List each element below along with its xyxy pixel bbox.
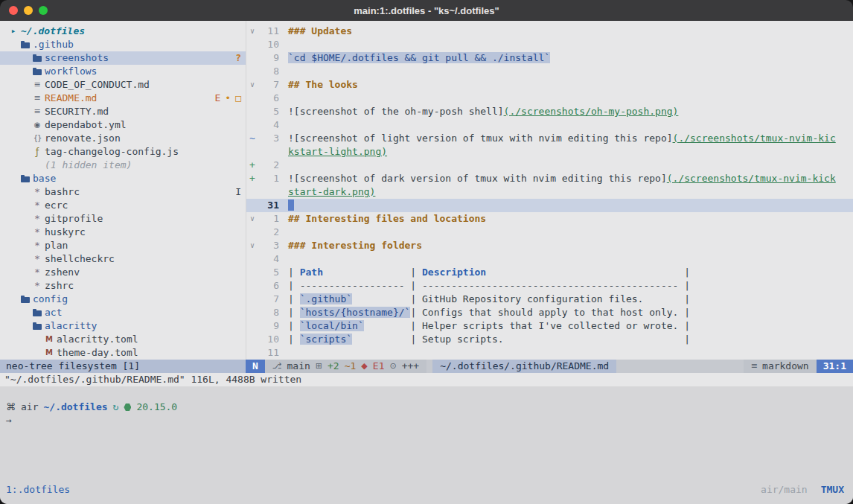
editor-line[interactable]: 10| `scripts` | Setup scripts. | xyxy=(246,333,853,346)
diagnostic-errors: E1 xyxy=(373,360,385,373)
editor-line[interactable]: ∨11### Updates xyxy=(246,25,853,38)
editor-line[interactable]: 11 xyxy=(246,346,853,360)
line-text: ![screenshot of the oh-my-posh shell](./… xyxy=(279,105,678,118)
neotree-sidebar: ▸~/.dotfiles.githubscreenshots?workflows… xyxy=(0,21,246,360)
editor-line[interactable]: +2 xyxy=(246,159,853,172)
prompt-input-line[interactable]: → xyxy=(0,414,853,427)
line-number: 2 xyxy=(258,159,279,172)
folder-icon xyxy=(19,38,31,51)
tree-item[interactable]: Mtheme-day.toml xyxy=(0,346,246,360)
tree-item[interactable]: ▸~/.dotfiles xyxy=(0,25,246,38)
tree-item[interactable]: *ecrc xyxy=(0,199,246,212)
editor-line[interactable]: 4 xyxy=(246,252,853,266)
fold-sign-column xyxy=(246,266,258,279)
text-segment: ![screenshot of dark version of tmux wit… xyxy=(288,173,667,184)
editor-line[interactable]: start-dark.png) xyxy=(246,185,853,199)
refresh-icon: ↻ xyxy=(113,401,119,414)
editor-line[interactable]: ∨3### Interesting folders xyxy=(246,239,853,252)
editor-buffer: ∨11### Updates109`cd $HOME/.dotfiles && … xyxy=(246,25,853,360)
tree-item-label: screenshots xyxy=(43,51,109,65)
editor-line[interactable]: 10 xyxy=(246,38,853,51)
branch-icon: ⎇ xyxy=(272,360,282,373)
tree-item[interactable]: *zshrc xyxy=(0,279,246,293)
tree-item[interactable]: workflows xyxy=(0,65,246,78)
line-number: 1 xyxy=(258,172,279,185)
tree-item[interactable]: alacritty xyxy=(0,319,246,333)
tree-item[interactable]: *zshenv xyxy=(0,266,246,279)
statusline: neo-tree filesystem [1] N ⎇ main ⊞ +2 ~1… xyxy=(0,360,853,373)
expander-icon[interactable]: ▸ xyxy=(7,25,19,38)
text-segment: Description xyxy=(422,267,486,278)
tree-item[interactable]: ≡SECURITY.md xyxy=(0,105,246,118)
editor-line[interactable]: 7| `.github` | GitHub Repository configu… xyxy=(246,293,853,306)
editor-line[interactable]: 8| `hosts/{hostname}/`| Configs that sho… xyxy=(246,306,853,319)
tree-item[interactable]: config xyxy=(0,293,246,306)
tree-item[interactable]: ≡README.mdE•□ xyxy=(0,92,246,105)
editor-line[interactable]: 5![screenshot of the oh-my-posh shell](.… xyxy=(246,105,853,118)
line-text: ![screenshot of dark version of tmux wit… xyxy=(279,172,836,185)
git-status-badges: E•□ xyxy=(215,92,246,105)
editor-line[interactable]: ~3![screenshot of light version of tmux … xyxy=(246,132,853,145)
editor-line[interactable]: +1![screenshot of dark version of tmux w… xyxy=(246,172,853,185)
zoom-button[interactable] xyxy=(39,6,48,15)
minimize-button[interactable] xyxy=(24,6,33,15)
editor-pane[interactable]: ∨11### Updates109`cd $HOME/.dotfiles && … xyxy=(246,21,853,360)
star-icon: * xyxy=(31,239,43,252)
line-text xyxy=(279,92,288,105)
text-segment: ## Interesting files and locations xyxy=(288,213,486,224)
folder-icon xyxy=(31,65,43,78)
editor-line[interactable]: ∨1## Interesting files and locations xyxy=(246,212,853,226)
tree-item[interactable]: act xyxy=(0,306,246,319)
editor-line[interactable]: 6 xyxy=(246,92,853,105)
text-segment: | xyxy=(352,334,422,345)
prompt-host: air xyxy=(21,401,38,414)
tree-item[interactable]: ◉dependabot.yml xyxy=(0,118,246,132)
terminal-pane[interactable]: ⌘ air ~/.dotfiles ↻ 20.15.0 → 1:.dotfile… xyxy=(0,386,853,504)
folder-icon xyxy=(19,172,31,185)
editor-line[interactable]: 8 xyxy=(246,65,853,78)
text-segment: | xyxy=(288,293,300,304)
tree-item[interactable]: base xyxy=(0,172,246,185)
cursor-block xyxy=(288,200,294,211)
editor-line[interactable]: 9`cd $HOME/.dotfiles && git pull && ./in… xyxy=(246,51,853,65)
tree-item[interactable]: *huskyrc xyxy=(0,226,246,239)
text-segment: | xyxy=(643,293,690,304)
editor-line[interactable]: kstart-light.png) xyxy=(246,145,853,159)
diff-icon: ⊞ xyxy=(316,360,322,373)
tree-item[interactable]: Malacritty.toml xyxy=(0,333,246,346)
tree-item[interactable]: {}renovate.json xyxy=(0,132,246,145)
fold-sign-column xyxy=(246,92,258,105)
tree-item[interactable]: .github xyxy=(0,38,246,51)
editor-line[interactable]: 5| Path | Description | xyxy=(246,266,853,279)
tree-item[interactable]: (1 hidden item) xyxy=(0,159,246,172)
editor-line[interactable]: ∨7## The looks xyxy=(246,78,853,92)
editor-line[interactable]: 2 xyxy=(246,226,853,239)
text-segment: | xyxy=(288,307,300,318)
tree-item[interactable]: ≡CODE_OF_CONDUCT.md xyxy=(0,78,246,92)
fold-sign-column xyxy=(246,279,258,293)
editor-line[interactable]: 6| ------------------ | ----------------… xyxy=(246,279,853,293)
file-icon: ≡ xyxy=(31,92,43,105)
titlebar[interactable]: main:1:.dotfiles - "ks~/.dotfiles" xyxy=(0,0,853,21)
tmux-window-tab[interactable]: 1:.dotfiles xyxy=(6,484,70,495)
editor-line[interactable]: 9| `local/bin` | Helper scripts that I'v… xyxy=(246,319,853,333)
git-status-badges: I xyxy=(235,185,246,199)
tree-item[interactable]: *shellcheckrc xyxy=(0,252,246,266)
tree-item[interactable]: *plan xyxy=(0,239,246,252)
fold-sign-column xyxy=(246,65,258,78)
close-button[interactable] xyxy=(9,6,18,15)
fold-sign-column xyxy=(246,319,258,333)
tree-item[interactable]: ƒtag-changelog-config.js xyxy=(0,145,246,159)
tree-item[interactable]: *bashrcI xyxy=(0,185,246,199)
tree-item[interactable]: screenshots? xyxy=(0,51,246,65)
line-text: start-dark.png) xyxy=(279,185,375,199)
node-version: 20.15.0 xyxy=(136,401,177,414)
git-status-badge: I xyxy=(235,185,241,199)
editor-line[interactable]: 4 xyxy=(246,118,853,132)
line-text: ## Interesting files and locations xyxy=(279,212,486,226)
tree-item[interactable]: *gitprofile xyxy=(0,212,246,226)
folder-icon xyxy=(19,293,31,306)
diff-added: +2 xyxy=(328,360,339,373)
line-number: 2 xyxy=(258,226,279,239)
editor-line[interactable]: 31 xyxy=(246,199,853,212)
